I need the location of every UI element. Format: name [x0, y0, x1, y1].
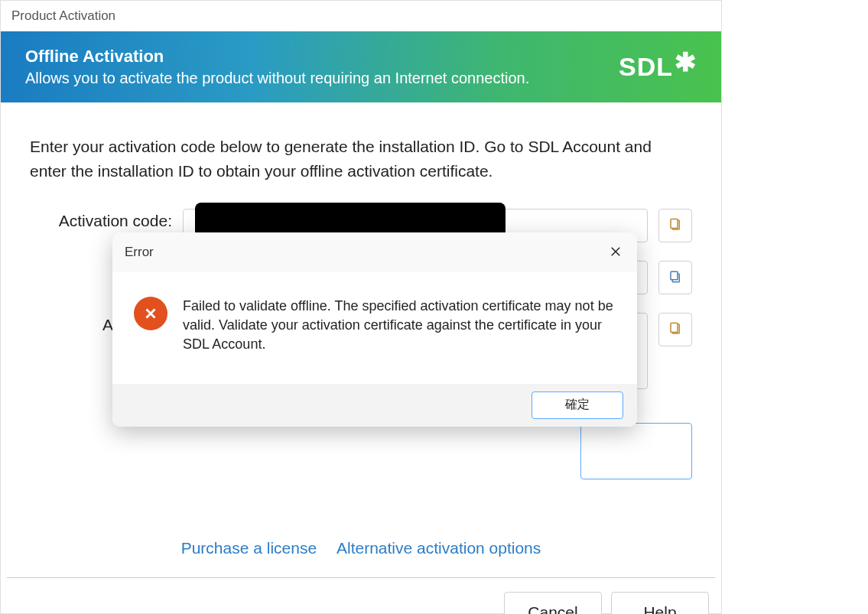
instructions-text: Enter your activation code below to gene… — [30, 135, 692, 183]
copy-icon — [668, 270, 682, 286]
help-button[interactable]: Help — [611, 592, 709, 614]
error-dialog-title: Error — [125, 245, 154, 260]
error-dialog-close-button[interactable] — [603, 240, 628, 265]
cancel-button[interactable]: Cancel — [504, 592, 602, 614]
svg-rect-5 — [671, 323, 678, 332]
alternative-activation-link[interactable]: Alternative activation options — [336, 539, 541, 557]
close-icon — [609, 245, 623, 261]
brand-text: SDL — [619, 52, 673, 82]
window-title: Product Activation — [1, 1, 721, 31]
copy-installation-id-button[interactable] — [658, 261, 692, 294]
error-dialog-body: Failed to validate offline. The specifie… — [112, 272, 637, 384]
bottom-links: Purchase a license Alternative activatio… — [1, 539, 721, 577]
purchase-license-link[interactable]: Purchase a license — [181, 539, 317, 557]
banner-subtitle: Allows you to activate the product witho… — [25, 70, 619, 87]
brand-logo: SDL ✱ — [619, 52, 697, 82]
error-dialog: Error Failed to validate offline. The sp… — [112, 232, 637, 427]
error-ok-button[interactable]: 確定 — [532, 391, 623, 419]
banner: Offline Activation Allows you to activat… — [1, 31, 721, 102]
paste-icon — [668, 218, 682, 234]
bottom-button-row: Cancel Help — [1, 578, 721, 614]
activation-code-label: Activation code: — [30, 209, 183, 230]
paste-activation-code-button[interactable] — [658, 209, 692, 242]
activate-button[interactable] — [580, 423, 692, 479]
banner-text: Offline Activation Allows you to activat… — [25, 47, 619, 87]
error-message: Failed to validate offline. The specifie… — [183, 297, 616, 355]
paste-activation-certificate-button[interactable] — [658, 313, 692, 346]
svg-rect-1 — [671, 219, 678, 228]
brand-asterisk-icon: ✱ — [675, 52, 697, 73]
error-icon — [134, 297, 167, 330]
error-dialog-header: Error — [112, 232, 637, 272]
svg-rect-3 — [671, 271, 678, 280]
error-dialog-footer: 確定 — [112, 384, 637, 427]
banner-title: Offline Activation — [25, 47, 619, 67]
paste-icon — [668, 322, 682, 338]
